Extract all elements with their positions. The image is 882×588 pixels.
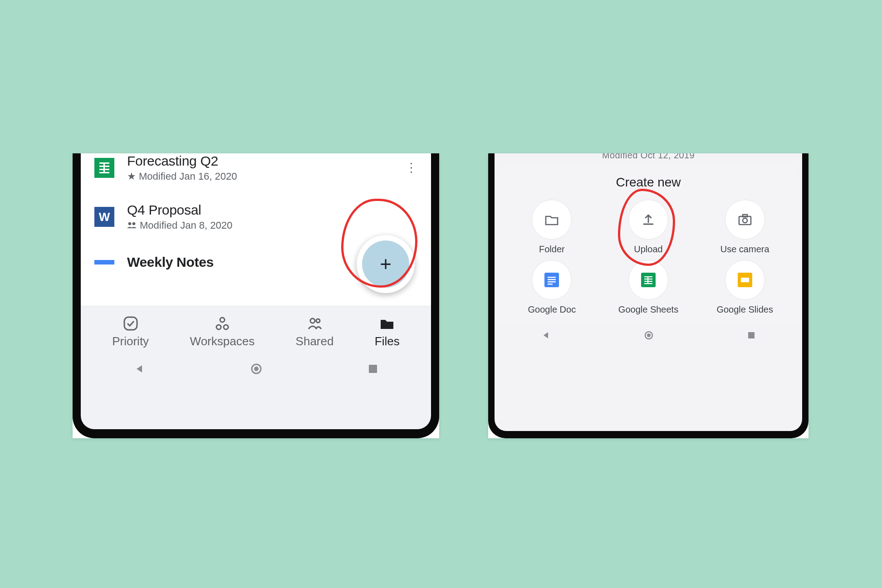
svg-rect-38 — [748, 332, 755, 338]
svg-point-8 — [128, 222, 132, 225]
files-list: Forecasting Q2 ★ Modified Jan 16, 2020 ⋯… — [81, 153, 431, 306]
docs-icon — [93, 251, 115, 273]
svg-rect-5 — [103, 162, 105, 173]
screen-right: Modified Oct 12, 2019 Create new Folder … — [495, 153, 802, 431]
svg-rect-35 — [741, 278, 749, 282]
svg-point-9 — [132, 222, 136, 225]
sheet-title: Create new — [505, 175, 791, 190]
nav-label: Priority — [112, 334, 149, 348]
nav-label: Files — [375, 334, 400, 348]
svg-point-13 — [216, 325, 221, 329]
file-info: Forecasting Q2 ★ Modified Jan 16, 2020 — [127, 153, 393, 182]
svg-point-15 — [310, 318, 315, 323]
option-camera[interactable]: Use camera — [698, 200, 791, 255]
svg-point-12 — [220, 318, 225, 322]
option-label: Folder — [539, 244, 565, 255]
tab-shared[interactable]: Shared — [296, 315, 334, 348]
bottom-nav: Priority Workspaces Shared Files — [81, 306, 431, 354]
files-icon — [379, 315, 395, 332]
option-google-slides[interactable]: Google Slides — [698, 260, 791, 315]
shared-tab-icon — [307, 315, 323, 332]
screenshot-right: Modified Oct 12, 2019 Create new Folder … — [488, 153, 808, 438]
svg-rect-25 — [548, 279, 556, 280]
file-meta-text: Modified Jan 16, 2020 — [139, 171, 237, 182]
list-item[interactable]: Forecasting Q2 ★ Modified Jan 16, 2020 ⋯ — [81, 153, 431, 185]
back-button[interactable] — [541, 331, 550, 342]
nav-label: Workspaces — [190, 334, 255, 348]
option-google-doc[interactable]: Google Doc — [505, 260, 598, 315]
home-button[interactable] — [644, 330, 654, 342]
workspaces-icon — [214, 315, 230, 332]
svg-rect-27 — [548, 284, 553, 284]
tab-priority[interactable]: Priority — [112, 315, 149, 348]
nav-label: Shared — [296, 334, 334, 348]
svg-rect-21 — [743, 215, 747, 217]
system-nav-bar — [81, 354, 431, 386]
back-button[interactable] — [134, 363, 145, 376]
svg-point-16 — [316, 319, 320, 323]
phone-frame-right: Modified Oct 12, 2019 Create new Folder … — [488, 153, 808, 438]
partial-file-meta: Modified Oct 12, 2019 — [495, 153, 802, 164]
screenshot-left: Forecasting Q2 ★ Modified Jan 16, 2020 ⋯… — [73, 153, 439, 438]
recents-button[interactable] — [747, 331, 755, 341]
annotation-circle — [341, 199, 417, 288]
google-doc-icon — [532, 260, 572, 300]
svg-rect-10 — [94, 260, 114, 265]
option-label: Google Doc — [528, 304, 576, 315]
system-nav-bar — [495, 323, 802, 349]
option-label: Google Slides — [716, 304, 773, 315]
svg-rect-24 — [548, 277, 556, 278]
shared-icon — [127, 220, 137, 231]
tab-files[interactable]: Files — [375, 315, 400, 348]
camera-icon — [725, 200, 765, 240]
screen-left: Forecasting Q2 ★ Modified Jan 16, 2020 ⋯… — [81, 153, 431, 429]
svg-point-18 — [254, 367, 259, 371]
svg-point-37 — [647, 333, 651, 337]
star-icon: ★ — [127, 171, 136, 182]
phone-frame-left: Forecasting Q2 ★ Modified Jan 16, 2020 ⋯… — [73, 153, 439, 438]
home-button[interactable] — [250, 363, 262, 377]
google-slides-icon — [725, 260, 765, 300]
svg-point-22 — [743, 218, 747, 223]
folder-icon — [532, 200, 572, 240]
svg-text:W: W — [99, 210, 110, 224]
option-label: Use camera — [720, 244, 769, 255]
recents-button[interactable] — [368, 364, 378, 376]
priority-icon — [122, 315, 139, 332]
create-new-sheet: Create new Folder Upload — [497, 164, 799, 323]
tab-workspaces[interactable]: Workspaces — [190, 315, 255, 348]
more-options-button[interactable]: ⋯ — [404, 161, 419, 175]
option-folder[interactable]: Folder — [505, 200, 598, 255]
svg-rect-33 — [647, 276, 648, 284]
word-icon: W — [93, 206, 115, 228]
google-sheets-icon — [628, 260, 668, 300]
option-label: Google Sheets — [618, 304, 678, 315]
file-title: Forecasting Q2 — [127, 153, 393, 169]
svg-point-14 — [224, 325, 228, 329]
option-google-sheets[interactable]: Google Sheets — [602, 260, 695, 315]
svg-rect-26 — [548, 281, 556, 282]
sheets-icon — [93, 157, 115, 179]
svg-rect-11 — [124, 317, 137, 330]
file-meta-text: Modified Jan 8, 2020 — [140, 220, 232, 231]
file-meta: ★ Modified Jan 16, 2020 — [127, 171, 393, 182]
svg-rect-19 — [369, 365, 377, 373]
